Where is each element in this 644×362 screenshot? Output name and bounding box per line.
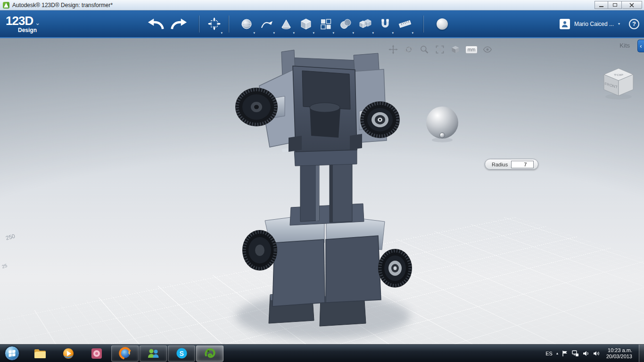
grouping-tool-button[interactable]: ▾: [355, 13, 375, 35]
windows-taskbar: S ES ▴ 10:2: [0, 344, 644, 362]
dropdown-arrow-icon: ▾: [392, 31, 394, 35]
sphere-object[interactable]: [426, 107, 458, 142]
taskbar-item-media-player[interactable]: [55, 346, 82, 362]
firefox-icon: [119, 347, 132, 360]
active-sphere-tool[interactable]: [432, 13, 452, 35]
units-button[interactable]: mm: [465, 46, 478, 54]
pattern-icon: [320, 18, 332, 30]
redo-button[interactable]: [169, 13, 189, 35]
pattern-tool-button[interactable]: ▾: [316, 13, 336, 35]
undo-icon: [147, 17, 165, 31]
taskbar-item-skype[interactable]: S: [168, 346, 195, 362]
modify-tool-button[interactable]: ▾: [296, 13, 316, 35]
primitives-tool-button[interactable]: ▾: [237, 13, 256, 35]
kits-panel-button[interactable]: Kits: [619, 42, 630, 49]
window-titlebar: Autodesk® 123D® Design: transformer*: [0, 0, 644, 10]
radius-input[interactable]: [511, 161, 534, 168]
media-player-icon: [62, 347, 74, 360]
maximize-button[interactable]: [608, 1, 622, 9]
minimize-icon: [599, 6, 603, 7]
windows-logo-icon: [8, 349, 16, 357]
tray-date: 20/03/2013: [606, 354, 632, 360]
network-icon[interactable]: [572, 350, 579, 357]
dropdown-arrow-icon: ▾: [254, 31, 256, 35]
lower-left-wheel: [242, 230, 277, 271]
construct-tool-button[interactable]: ▾: [276, 13, 296, 35]
sphere-primitive-icon: [437, 18, 448, 30]
taskbar-item-explorer[interactable]: [26, 346, 54, 362]
visibility-button[interactable]: [482, 44, 493, 55]
fit-icon: [435, 45, 445, 54]
combine-tool-button[interactable]: ▾: [336, 13, 355, 35]
transform-icon: [208, 17, 221, 30]
robot-model[interactable]: [235, 50, 412, 339]
person-icon: [561, 20, 569, 28]
dropdown-arrow-icon: ▾: [313, 31, 315, 35]
clock[interactable]: 10:23 a.m. 20/03/2013: [606, 347, 632, 360]
eye-icon: [483, 45, 492, 54]
snap-tool-button[interactable]: ▾: [375, 13, 395, 35]
measure-tool-button[interactable]: ▾: [395, 13, 415, 35]
user-dropdown-icon[interactable]: ▾: [618, 22, 620, 26]
minimize-button[interactable]: [594, 1, 608, 9]
main-toolbar: 123D⌄ Design: [0, 10, 644, 38]
dropdown-arrow-icon: ▾: [353, 31, 355, 35]
taskbar-item-123d-design[interactable]: [196, 346, 223, 362]
tool-group: ▾ ▾ ▾: [237, 13, 415, 35]
app-menu-button[interactable]: 123D⌄ Design: [6, 15, 40, 33]
chevron-left-icon: ‹: [640, 42, 642, 49]
lower-right-wheel: [378, 249, 412, 288]
zoom-button[interactable]: [419, 44, 430, 55]
undo-button[interactable]: [146, 13, 166, 35]
skype-letter: S: [179, 350, 183, 357]
user-avatar: [560, 19, 570, 29]
radius-input-widget: Radius: [485, 159, 538, 170]
messenger-icon: [147, 347, 160, 360]
logo-123d: 123D: [6, 14, 33, 28]
display-mode-button[interactable]: [450, 44, 461, 55]
sketch-tool-button[interactable]: ▾: [256, 13, 276, 35]
combine-icon: [339, 18, 352, 30]
fit-view-button[interactable]: [434, 44, 446, 55]
action-center-flag-icon[interactable]: [562, 350, 568, 357]
help-button[interactable]: ?: [629, 19, 639, 29]
pan-button[interactable]: [388, 44, 399, 55]
taskbar-item-firefox[interactable]: [111, 346, 139, 362]
autodesk-app-icon: [3, 2, 9, 8]
show-desktop-button[interactable]: [639, 345, 644, 362]
dropdown-arrow-icon: ▾: [412, 31, 414, 35]
taskbar-item-messenger[interactable]: [140, 346, 167, 362]
system-tray: ES ▴ 10:23 a.m. 20/03/2013: [545, 345, 644, 362]
close-button[interactable]: [622, 1, 642, 9]
desktop: Autodesk® 123D® Design: transformer* 123…: [0, 0, 644, 362]
logo-design: Design: [6, 27, 40, 33]
start-button[interactable]: [5, 346, 19, 361]
dropdown-arrow-icon: ▾: [273, 31, 275, 35]
magnet-icon: [379, 18, 391, 30]
transform-tool-button[interactable]: ▾: [204, 13, 224, 35]
window-title: Autodesk® 123D® Design: transformer*: [12, 2, 113, 8]
photo-gallery-icon: [91, 347, 103, 360]
tray-expand-icon[interactable]: ▴: [556, 351, 558, 355]
ruler-icon: [398, 18, 412, 30]
toolbar-separator: [423, 16, 424, 33]
volume-icon[interactable]: [583, 350, 589, 357]
3d-viewport[interactable]: 250 25: [0, 38, 644, 344]
dropdown-arrow-icon: ▾: [293, 31, 295, 35]
view-cube[interactable]: TOP FRONT: [600, 65, 637, 101]
modify-cube-icon: [300, 18, 312, 30]
dropdown-arrow-icon: ▾: [372, 31, 374, 35]
volume-mixer-icon[interactable]: [593, 350, 600, 357]
magnifier-icon: [420, 45, 429, 54]
language-indicator[interactable]: ES: [545, 351, 553, 356]
radius-label: Radius: [492, 162, 508, 167]
folder-icon: [33, 348, 47, 359]
tray-time: 10:23 a.m.: [606, 347, 632, 354]
taskbar-item-photo-gallery[interactable]: [83, 346, 110, 362]
maximize-icon: [613, 3, 617, 7]
kits-panel-toggle[interactable]: ‹: [637, 40, 644, 52]
123d-design-icon: [204, 347, 216, 360]
orbit-button[interactable]: [403, 44, 414, 55]
user-account-button[interactable]: Mario Caiced ...: [574, 21, 614, 27]
shoulder-right-wheel: [360, 101, 400, 138]
